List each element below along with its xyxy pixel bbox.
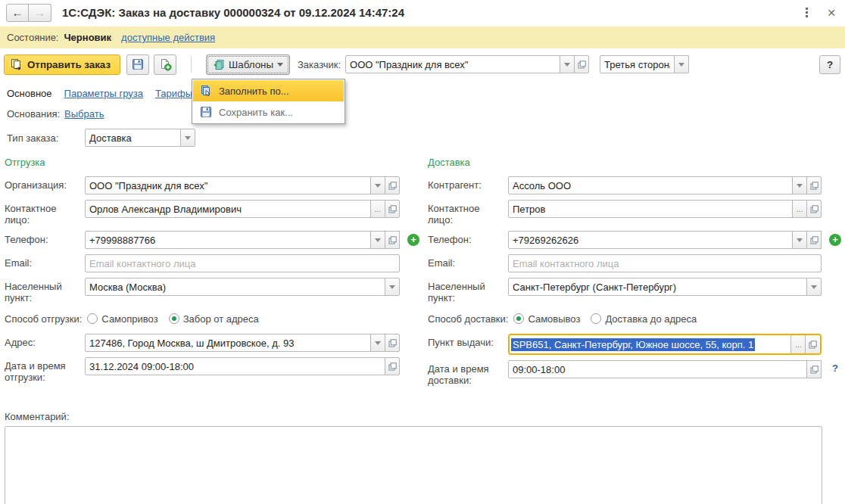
- available-actions-link[interactable]: доступные действия: [121, 32, 215, 43]
- nav-history-group: ← →: [6, 4, 51, 22]
- radio-label: Самовывоз: [528, 313, 580, 325]
- radio-icon: [591, 313, 601, 324]
- tab-cargo-params[interactable]: Параметры груза: [64, 88, 143, 99]
- menu-item-save-as[interactable]: Сохранить как...: [193, 101, 344, 123]
- datetime-hint-icon[interactable]: ?: [832, 362, 838, 374]
- organization-dropdown-button[interactable]: [370, 176, 385, 194]
- tabs-row: Основное Параметры груза Тарифы и: [0, 86, 845, 100]
- shipment-phone-open-button[interactable]: [385, 231, 400, 249]
- shipment-datetime-row: Дата и время отгрузки:: [5, 357, 400, 383]
- order-type-input[interactable]: [85, 129, 181, 147]
- save-as-new-button[interactable]: [154, 54, 176, 75]
- shipment-city-input[interactable]: [85, 278, 385, 296]
- delivery-phone-input[interactable]: [508, 231, 793, 249]
- chevron-down-icon: [678, 63, 684, 67]
- add-phone-icon[interactable]: +: [407, 234, 419, 246]
- shipment-city-dropdown-button[interactable]: [385, 278, 400, 296]
- chevron-down-icon: [564, 63, 570, 67]
- shipment-address-input[interactable]: [85, 334, 371, 352]
- delivery-email-input[interactable]: [508, 254, 822, 272]
- templates-button[interactable]: Шаблоны: [206, 54, 290, 75]
- radio-icon: [87, 313, 98, 324]
- close-icon[interactable]: ✕: [827, 8, 836, 18]
- more-menu-icon[interactable]: [803, 5, 810, 20]
- delivery-contact-open-button[interactable]: [806, 200, 822, 218]
- open-link-icon: [809, 341, 817, 349]
- city-label: Населенный пункт:: [5, 278, 85, 303]
- menu-item-label: Заполнить по...: [219, 86, 289, 97]
- delivery-datetime-row: Дата и время доставки: ?: [428, 360, 822, 386]
- status-label: Состояние:: [7, 32, 58, 43]
- payer-type-dropdown-button[interactable]: [674, 55, 689, 73]
- shipment-address-open-button[interactable]: [385, 334, 400, 352]
- counterparty-row: Контрагент:: [428, 176, 822, 194]
- comment-textarea[interactable]: [5, 426, 822, 504]
- order-type-row: Тип заказа:: [0, 129, 845, 147]
- delivery-datetime-open-button[interactable]: [806, 360, 822, 378]
- delivery-city-input[interactable]: [508, 278, 807, 296]
- radio-samovyvoz[interactable]: Самовывоз: [513, 313, 580, 325]
- pickup-point-choose-button[interactable]: ...: [790, 335, 806, 353]
- basis-row: Основания: Выбрать: [0, 107, 845, 120]
- tab-main[interactable]: Основное: [7, 88, 52, 99]
- shipment-contact-input[interactable]: [85, 200, 371, 218]
- status-bar: Состояние: Черновик доступные действия: [0, 26, 845, 48]
- organization-open-button[interactable]: [385, 176, 400, 194]
- back-button[interactable]: ←: [6, 4, 29, 22]
- delivery-datetime-input[interactable]: [508, 360, 807, 378]
- delivery-city-dropdown-button[interactable]: [806, 278, 822, 296]
- payer-type-input[interactable]: [600, 55, 675, 73]
- open-link-icon: [388, 236, 397, 244]
- help-button[interactable]: ?: [819, 55, 840, 74]
- customer-input[interactable]: [345, 55, 560, 73]
- phone-label: Телефон:: [5, 231, 85, 249]
- shipment-contact-choose-button[interactable]: ...: [370, 200, 385, 218]
- pickup-point-input[interactable]: SPB651, Санкт-Петербург, Южное шоссе, 55…: [510, 335, 791, 353]
- fill-by-icon: [200, 85, 212, 97]
- save-button[interactable]: [126, 54, 149, 75]
- radio-zabor-ot-adresa[interactable]: Забор от адреса: [169, 313, 259, 325]
- pickup-point-label: Пункт выдачи:: [428, 334, 508, 355]
- shipment-datetime-open-button[interactable]: [385, 357, 400, 375]
- payer-type-combo: [600, 55, 689, 73]
- shipment-section: Отгрузка Организация: Контактное лицо: .…: [0, 157, 422, 391]
- pickup-point-open-button[interactable]: [805, 335, 820, 353]
- address-label: Адрес:: [5, 334, 85, 352]
- counterparty-open-button[interactable]: [806, 176, 822, 194]
- counterparty-dropdown-button[interactable]: [792, 176, 807, 194]
- templates-menu: Заполнить по... Сохранить как...: [192, 79, 345, 124]
- comment-section: Комментарий:: [0, 411, 845, 504]
- shipment-address-dropdown-button[interactable]: [370, 334, 385, 352]
- order-type-label: Тип заказа:: [7, 132, 85, 144]
- add-phone-icon[interactable]: +: [829, 234, 841, 246]
- basis-select-link[interactable]: Выбрать: [64, 108, 104, 120]
- customer-dropdown-button[interactable]: [560, 55, 575, 73]
- delivery-method-label: Способ доставки:: [428, 313, 508, 325]
- send-order-button[interactable]: Отправить заказ: [4, 54, 120, 75]
- counterparty-input[interactable]: [508, 176, 793, 194]
- delivery-datetime-label: Дата и время доставки:: [428, 360, 508, 386]
- shipment-phone-dropdown-button[interactable]: [370, 231, 385, 249]
- shipment-phone-input[interactable]: [85, 231, 371, 249]
- shipment-email-input[interactable]: [85, 254, 400, 272]
- shipment-contact-open-button[interactable]: [385, 200, 400, 218]
- order-type-dropdown-button[interactable]: [180, 129, 195, 147]
- basis-label: Основания:: [7, 108, 60, 120]
- organization-input[interactable]: [85, 176, 371, 194]
- radio-icon-selected: [169, 313, 179, 324]
- delivery-contact-choose-button[interactable]: ...: [792, 200, 807, 218]
- pickup-point-row: Пункт выдачи: SPB651, Санкт-Петербург, Ю…: [428, 334, 822, 355]
- delivery-contact-input[interactable]: [508, 200, 793, 218]
- status-value: Черновик: [64, 32, 111, 43]
- shipment-datetime-input[interactable]: [85, 357, 385, 375]
- menu-item-fill-by[interactable]: Заполнить по...: [193, 80, 344, 101]
- forward-button[interactable]: →: [29, 4, 51, 22]
- back-arrow-icon: ←: [12, 6, 23, 19]
- delivery-phone-open-button[interactable]: [806, 231, 822, 249]
- radio-dostavka-do-adresa[interactable]: Доставка до адреса: [591, 313, 697, 325]
- customer-open-button[interactable]: [574, 55, 589, 73]
- radio-samoprivoz[interactable]: Самопривоз: [87, 313, 157, 325]
- delivery-phone-dropdown-button[interactable]: [792, 231, 807, 249]
- toolbar: Отправить заказ Шаблоны Заказчик:: [0, 48, 845, 80]
- send-order-label: Отправить заказ: [27, 59, 111, 70]
